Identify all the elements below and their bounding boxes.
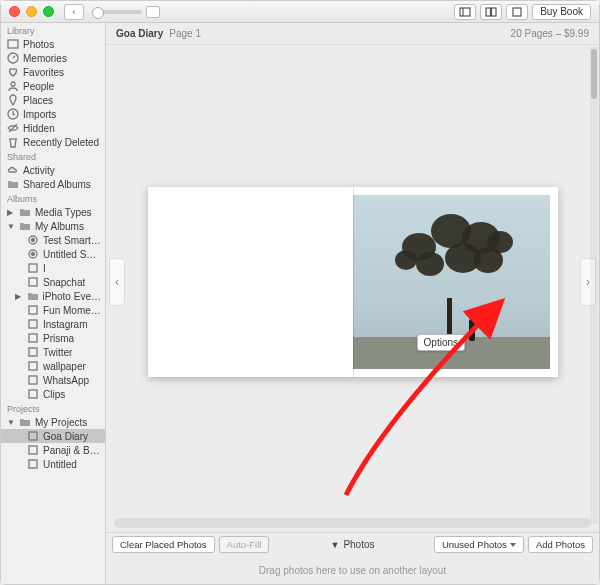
album-icon bbox=[27, 318, 39, 330]
prev-page-button[interactable]: ‹ bbox=[109, 258, 125, 306]
sidebar-item-twitter[interactable]: Twitter bbox=[1, 345, 105, 359]
main-content: Goa Diary Page 1 20 Pages – $9.99 ‹ › bbox=[106, 23, 599, 584]
zoom-slider[interactable] bbox=[92, 10, 142, 14]
disclosure-triangle-icon[interactable]: ▼ bbox=[7, 222, 15, 231]
add-photos-button[interactable]: Add Photos bbox=[528, 536, 593, 553]
svg-rect-0 bbox=[460, 8, 470, 16]
svg-rect-3 bbox=[492, 8, 497, 16]
disclosure-triangle-icon[interactable]: ▼ bbox=[7, 418, 15, 427]
svg-rect-18 bbox=[29, 320, 37, 328]
disclosure-triangle-icon[interactable]: ▶ bbox=[15, 292, 23, 301]
layout-options-button[interactable] bbox=[454, 4, 476, 20]
sidebar-item-fun-moments[interactable]: Fun Moments bbox=[1, 303, 105, 317]
sidebar-item-shared-albums[interactable]: Shared Albums bbox=[1, 177, 105, 191]
sidebar-item-iphoto-events[interactable]: ▶iPhoto Events bbox=[1, 289, 105, 303]
sidebar-item-photos[interactable]: Photos bbox=[1, 37, 105, 51]
sidebar-item-hidden[interactable]: Hidden bbox=[1, 121, 105, 135]
zoom-window-button[interactable] bbox=[43, 6, 54, 17]
svg-rect-4 bbox=[513, 8, 521, 16]
sidebar-item-imports[interactable]: Imports bbox=[1, 107, 105, 121]
album-icon bbox=[27, 360, 39, 372]
page-indicator: Page 1 bbox=[169, 28, 201, 39]
sidebar-item-panaji-bard[interactable]: Panaji & Bard... bbox=[1, 443, 105, 457]
svg-rect-24 bbox=[29, 432, 37, 440]
sidebar-item-whatsapp[interactable]: WhatsApp bbox=[1, 373, 105, 387]
sidebar-item-activity[interactable]: Activity bbox=[1, 163, 105, 177]
sidebar-item-media-types[interactable]: ▶Media Types bbox=[1, 205, 105, 219]
memories-icon bbox=[7, 52, 19, 64]
sidebar-item-my-projects[interactable]: ▼My Projects bbox=[1, 415, 105, 429]
close-window-button[interactable] bbox=[9, 6, 20, 17]
album-icon bbox=[27, 388, 39, 400]
sidebar-item-people[interactable]: People bbox=[1, 79, 105, 93]
back-button[interactable]: ‹ bbox=[64, 4, 84, 20]
sidebar-item-untitled-smart[interactable]: Untitled Sma... bbox=[1, 247, 105, 261]
minimize-window-button[interactable] bbox=[26, 6, 37, 17]
trash-icon bbox=[7, 136, 19, 148]
single-page-view-button[interactable] bbox=[506, 4, 528, 20]
pin-icon bbox=[7, 94, 19, 106]
sidebar-item-test-smart[interactable]: Test Smart A... bbox=[1, 233, 105, 247]
sidebar-item-wallpaper[interactable]: wallpaper bbox=[1, 359, 105, 373]
drop-zone-hint[interactable]: Drag photos here to use on another layou… bbox=[106, 556, 599, 584]
svg-rect-26 bbox=[29, 460, 37, 468]
cloud-icon bbox=[7, 164, 19, 176]
album-icon bbox=[27, 262, 39, 274]
sidebar-item-my-albums[interactable]: ▼My Albums bbox=[1, 219, 105, 233]
sidebar-item-instagram[interactable]: Instagram bbox=[1, 317, 105, 331]
auto-fill-button[interactable]: Auto-Fill bbox=[219, 536, 270, 553]
thumbnail-toggle[interactable] bbox=[146, 6, 160, 18]
album-icon bbox=[27, 276, 39, 288]
window-controls bbox=[9, 6, 54, 17]
svg-rect-20 bbox=[29, 348, 37, 356]
options-popover-button[interactable]: Options bbox=[417, 334, 465, 351]
svg-point-12 bbox=[32, 239, 35, 242]
svg-rect-25 bbox=[29, 446, 37, 454]
folder-icon bbox=[7, 178, 19, 190]
sidebar-item-memories[interactable]: Memories bbox=[1, 51, 105, 65]
spread-view-button[interactable] bbox=[480, 4, 502, 20]
svg-rect-23 bbox=[29, 390, 37, 398]
album-icon bbox=[27, 374, 39, 386]
titlebar: ‹ Buy Book bbox=[1, 1, 599, 23]
sidebar-item-untitled-project[interactable]: Untitled bbox=[1, 457, 105, 471]
eye-off-icon bbox=[7, 122, 19, 134]
sidebar-item-favorites[interactable]: Favorites bbox=[1, 65, 105, 79]
smart-album-icon bbox=[27, 248, 39, 260]
sidebar-item-goa-diary[interactable]: Goa Diary bbox=[1, 429, 105, 443]
photos-app-window: ‹ Buy Book Library Photos Memories Favor… bbox=[0, 0, 600, 585]
buy-book-button[interactable]: Buy Book bbox=[532, 4, 591, 20]
source-list-sidebar[interactable]: Library Photos Memories Favorites People… bbox=[1, 23, 106, 584]
book-spread[interactable] bbox=[148, 187, 558, 377]
book-icon bbox=[27, 444, 39, 456]
vertical-scrollbar[interactable] bbox=[590, 47, 598, 524]
book-icon bbox=[27, 458, 39, 470]
folder-icon bbox=[19, 220, 31, 232]
svg-point-14 bbox=[32, 253, 35, 256]
sidebar-item-snapchat[interactable]: Snapchat bbox=[1, 275, 105, 289]
sidebar-item-i[interactable]: I bbox=[1, 261, 105, 275]
clear-placed-photos-button[interactable]: Clear Placed Photos bbox=[112, 536, 215, 553]
sidebar-item-clips[interactable]: Clips bbox=[1, 387, 105, 401]
heart-icon bbox=[7, 66, 19, 78]
page-scrubber[interactable] bbox=[114, 518, 591, 528]
album-icon bbox=[27, 304, 39, 316]
sidebar-item-prisma[interactable]: Prisma bbox=[1, 331, 105, 345]
folder-icon bbox=[27, 290, 39, 302]
unused-photos-dropdown[interactable]: Unused Photos bbox=[434, 536, 524, 553]
svg-rect-22 bbox=[29, 376, 37, 384]
svg-rect-2 bbox=[486, 8, 491, 16]
sidebar-section-shared: Shared bbox=[1, 149, 105, 163]
sidebar-item-places[interactable]: Places bbox=[1, 93, 105, 107]
svg-rect-21 bbox=[29, 362, 37, 370]
book-editor-canvas[interactable]: ‹ › bbox=[106, 45, 599, 518]
svg-rect-17 bbox=[29, 306, 37, 314]
photos-icon bbox=[7, 38, 19, 50]
album-icon bbox=[27, 346, 39, 358]
scrollbar-thumb[interactable] bbox=[591, 49, 597, 99]
photos-drawer-toggle[interactable]: ▼ Photos bbox=[330, 539, 374, 550]
sidebar-item-recently-deleted[interactable]: Recently Deleted bbox=[1, 135, 105, 149]
disclosure-triangle-icon[interactable]: ▶ bbox=[7, 208, 15, 217]
book-page-left[interactable] bbox=[148, 187, 345, 377]
svg-rect-5 bbox=[8, 40, 18, 48]
